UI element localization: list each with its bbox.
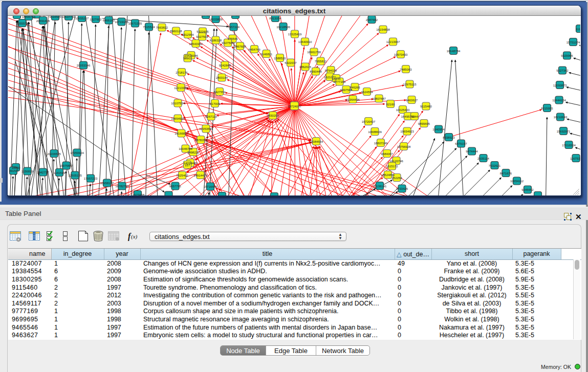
svg-text:8215955: 8215955 xyxy=(541,107,553,110)
svg-text:9244: 9244 xyxy=(411,115,418,118)
svg-text:10120746: 10120746 xyxy=(389,160,403,163)
svg-text:9777169: 9777169 xyxy=(334,80,346,83)
svg-text:39154: 39154 xyxy=(9,169,18,172)
svg-text:16033809: 16033809 xyxy=(209,18,223,21)
svg-text:8427552: 8427552 xyxy=(213,91,226,94)
svg-text:19975887: 19975887 xyxy=(59,164,73,167)
svg-text:9115460: 9115460 xyxy=(420,105,432,108)
svg-text:19756928: 19756928 xyxy=(397,145,411,148)
svg-text:19166827: 19166827 xyxy=(175,132,188,135)
svg-text:12505135: 12505135 xyxy=(68,174,82,177)
svg-text:8454749: 8454749 xyxy=(248,48,260,51)
svg-text:2942737: 2942737 xyxy=(37,171,49,174)
svg-text:8267110: 8267110 xyxy=(205,115,217,118)
svg-text:16345: 16345 xyxy=(332,77,341,80)
svg-text:10046788: 10046788 xyxy=(179,147,192,150)
svg-text:10688609: 10688609 xyxy=(368,130,382,134)
svg-text:7663822: 7663822 xyxy=(156,26,168,29)
svg-text:19384554: 19384554 xyxy=(310,140,323,143)
svg-text:7625402: 7625402 xyxy=(176,174,188,177)
svg-text:2867608: 2867608 xyxy=(234,45,246,48)
svg-text:2087682: 2087682 xyxy=(366,18,378,21)
svg-text:2055571: 2055571 xyxy=(16,22,29,25)
svg-text:9794028: 9794028 xyxy=(325,69,337,72)
svg-text:9242848: 9242848 xyxy=(219,64,231,67)
svg-text:17016504: 17016504 xyxy=(562,144,576,147)
svg-text:9227342: 9227342 xyxy=(556,69,569,72)
svg-text:10807487: 10807487 xyxy=(372,97,386,100)
svg-text:2718176: 2718176 xyxy=(176,71,188,74)
svg-text:9657791: 9657791 xyxy=(169,185,182,188)
svg-text:7632621: 7632621 xyxy=(489,164,501,167)
svg-text:1640954: 1640954 xyxy=(432,128,445,131)
svg-text:9899695: 9899695 xyxy=(418,122,430,125)
svg-text:1862615: 1862615 xyxy=(299,65,312,69)
svg-text:10025433: 10025433 xyxy=(396,108,410,112)
svg-text:9327505: 9327505 xyxy=(222,41,234,45)
svg-text:1141519: 1141519 xyxy=(54,171,66,174)
svg-text:16495: 16495 xyxy=(202,16,210,17)
svg-text:12923468: 12923468 xyxy=(131,193,145,196)
svg-text:3624554: 3624554 xyxy=(361,91,373,94)
svg-text:1167533: 1167533 xyxy=(570,157,580,160)
svg-text:8813054: 8813054 xyxy=(269,17,281,20)
svg-text:16782759: 16782759 xyxy=(115,185,129,188)
svg-text:20053346: 20053346 xyxy=(77,64,91,67)
svg-text:19654925: 19654925 xyxy=(171,117,185,120)
svg-text:(x): (x) xyxy=(131,233,138,240)
svg-text:19654923: 19654923 xyxy=(400,130,414,133)
svg-text:18895714: 18895714 xyxy=(22,16,36,18)
svg-text:1588520: 1588520 xyxy=(274,57,286,60)
svg-text:9327503: 9327503 xyxy=(196,35,208,38)
svg-text:8471676: 8471676 xyxy=(500,172,512,175)
svg-text:1733426: 1733426 xyxy=(396,187,408,190)
svg-text:8912954: 8912954 xyxy=(182,33,194,36)
svg-text:16961758: 16961758 xyxy=(307,51,321,54)
svg-text:98901: 98901 xyxy=(183,57,192,60)
svg-text:15692971: 15692971 xyxy=(557,130,571,133)
svg-text:157: 157 xyxy=(185,164,190,167)
svg-text:16154838: 16154838 xyxy=(376,28,390,31)
svg-text:15136141: 15136141 xyxy=(373,185,387,188)
svg-text:10654112: 10654112 xyxy=(510,180,524,183)
svg-text:20206535: 20206535 xyxy=(47,152,61,156)
svg-text:6466160: 6466160 xyxy=(103,19,115,22)
svg-text:2935114: 2935114 xyxy=(477,157,490,160)
svg-text:10958107: 10958107 xyxy=(100,182,114,185)
svg-text:9733: 9733 xyxy=(232,16,239,17)
svg-text:11124: 11124 xyxy=(576,28,580,31)
svg-text:12975115: 12975115 xyxy=(403,83,417,86)
svg-text:15751074: 15751074 xyxy=(567,41,580,44)
svg-text:12093873: 12093873 xyxy=(553,84,567,87)
svg-text:13325419: 13325419 xyxy=(288,33,302,36)
svg-text:18850: 18850 xyxy=(12,166,20,169)
svg-text:15716485: 15716485 xyxy=(204,185,217,188)
svg-text:21364436: 21364436 xyxy=(346,98,360,101)
svg-text:19218506: 19218506 xyxy=(276,26,290,29)
svg-text:10973493: 10973493 xyxy=(394,53,408,56)
svg-text:7955812: 7955812 xyxy=(315,60,327,63)
svg-text:7515524: 7515524 xyxy=(143,26,155,29)
svg-text:12213967: 12213967 xyxy=(386,40,400,43)
svg-text:5322605: 5322605 xyxy=(197,30,209,33)
svg-text:9463627: 9463627 xyxy=(406,99,418,102)
svg-text:16648784: 16648784 xyxy=(447,50,461,53)
svg-text:2830203: 2830203 xyxy=(267,114,279,117)
svg-text:17359924: 17359924 xyxy=(70,151,84,155)
svg-text:16543382: 16543382 xyxy=(189,42,203,46)
svg-text:15720407: 15720407 xyxy=(362,120,376,123)
svg-text:20691406: 20691406 xyxy=(36,19,50,23)
svg-text:3498222: 3498222 xyxy=(187,151,200,154)
svg-text:9329966: 9329966 xyxy=(561,54,573,57)
svg-text:7485063: 7485063 xyxy=(400,68,412,71)
svg-text:13640910: 13640910 xyxy=(298,40,312,43)
svg-text:8878352: 8878352 xyxy=(195,139,207,142)
svg-text:9634505: 9634505 xyxy=(49,16,61,18)
svg-text:62160: 62160 xyxy=(386,103,395,106)
svg-text:1527602: 1527602 xyxy=(90,18,102,21)
svg-text:9684067: 9684067 xyxy=(381,152,393,156)
svg-text:16210643: 16210643 xyxy=(554,116,568,119)
svg-text:12353594: 12353594 xyxy=(199,127,213,130)
svg-text:8960128: 8960128 xyxy=(170,30,182,33)
svg-text:18724007: 18724007 xyxy=(288,105,301,108)
